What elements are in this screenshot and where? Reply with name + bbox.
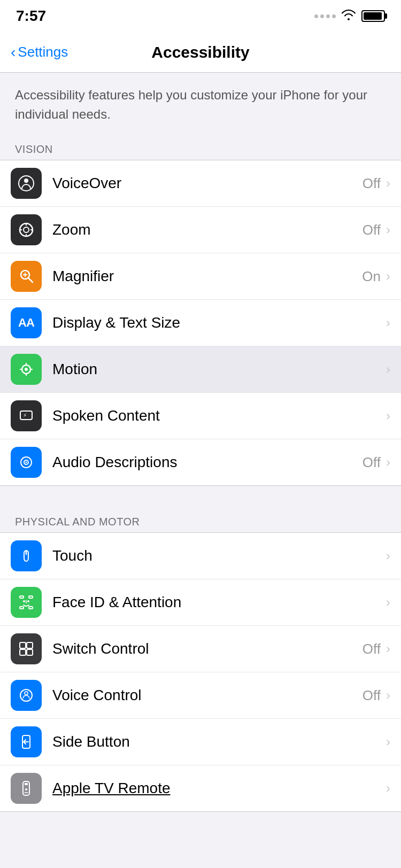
signal-icon <box>314 14 336 18</box>
touch-icon <box>11 540 42 571</box>
magnifier-label: Magnifier <box>52 268 362 285</box>
svg-point-29 <box>27 600 29 602</box>
physical-group: Touch › Face ID & Attention › <box>0 532 401 812</box>
voice-icon <box>11 680 42 711</box>
side-label: Side Button <box>52 733 381 750</box>
nav-bar: ‹ Settings Accessibility <box>0 32 401 73</box>
wifi-icon <box>341 9 356 24</box>
svg-rect-40 <box>25 783 28 785</box>
back-label: Settings <box>18 44 68 60</box>
svg-rect-24 <box>20 596 24 598</box>
appletv-icon <box>11 773 42 804</box>
svg-point-22 <box>26 462 27 463</box>
page-title: Accessibility <box>151 43 249 61</box>
audio-chevron-icon: › <box>386 456 390 469</box>
spoken-label: Spoken Content <box>52 407 381 424</box>
section-gap <box>0 486 401 507</box>
zoom-label: Zoom <box>52 221 363 238</box>
touch-chevron-icon: › <box>386 549 390 562</box>
switch-label: Switch Control <box>52 640 363 657</box>
motion-item[interactable]: Motion › <box>0 346 401 393</box>
display-icon: AA <box>11 307 42 338</box>
faceid-label: Face ID & Attention <box>52 594 381 611</box>
motion-chevron-icon: › <box>386 363 390 376</box>
svg-rect-27 <box>29 607 33 609</box>
display-label: Display & Text Size <box>52 314 381 331</box>
appletv-chevron-icon: › <box>386 782 390 795</box>
switch-icon <box>11 633 42 664</box>
vision-group: VoiceOver Off › Zoom Off › <box>0 160 401 486</box>
magnifier-item[interactable]: Magnifier On › <box>0 253 401 300</box>
motion-label: Motion <box>52 361 381 378</box>
section-header-physical: PHYSICAL AND MOTOR <box>0 507 401 532</box>
voice-chevron-icon: › <box>386 689 390 702</box>
svg-rect-25 <box>29 596 33 598</box>
svg-text:⚡: ⚡ <box>23 412 27 419</box>
motion-icon <box>11 354 42 385</box>
touch-item[interactable]: Touch › <box>0 533 401 579</box>
description-text: Accessibility features help you customiz… <box>15 86 386 124</box>
voiceover-chevron-icon: › <box>386 177 390 190</box>
svg-point-41 <box>25 788 27 790</box>
zoom-icon <box>11 214 42 245</box>
zoom-chevron-icon: › <box>386 223 390 236</box>
svg-rect-34 <box>27 649 33 655</box>
svg-point-13 <box>25 368 28 371</box>
audio-icon <box>11 447 42 478</box>
voice-value: Off <box>363 687 381 704</box>
zoom-value: Off <box>363 222 381 238</box>
faceid-icon <box>11 587 42 618</box>
back-chevron-icon: ‹ <box>11 45 16 60</box>
audio-label: Audio Descriptions <box>52 454 363 471</box>
svg-rect-26 <box>20 607 24 609</box>
side-item[interactable]: Side Button › <box>0 719 401 765</box>
switch-chevron-icon: › <box>386 642 390 655</box>
voiceover-value: Off <box>363 175 381 192</box>
status-bar: 7:57 <box>0 0 401 32</box>
svg-rect-33 <box>20 649 26 655</box>
faceid-chevron-icon: › <box>386 596 390 609</box>
status-time: 7:57 <box>16 7 46 25</box>
display-item[interactable]: AA Display & Text Size › <box>0 300 401 346</box>
touch-label: Touch <box>52 547 381 564</box>
svg-point-0 <box>19 176 34 191</box>
svg-point-1 <box>24 179 28 183</box>
description-section: Accessibility features help you customiz… <box>0 73 401 135</box>
voiceover-item[interactable]: VoiceOver Off › <box>0 160 401 207</box>
switch-value: Off <box>363 641 381 657</box>
spoken-chevron-icon: › <box>386 409 390 422</box>
magnifier-chevron-icon: › <box>386 270 390 283</box>
spoken-icon: ⚡ <box>11 400 42 431</box>
voiceover-label: VoiceOver <box>52 175 363 192</box>
side-chevron-icon: › <box>386 735 390 748</box>
battery-icon <box>361 10 385 22</box>
svg-rect-32 <box>27 642 33 648</box>
svg-point-28 <box>23 600 25 602</box>
status-icons <box>314 9 385 24</box>
svg-point-3 <box>24 227 29 232</box>
audio-value: Off <box>363 454 381 471</box>
svg-line-9 <box>28 278 33 282</box>
switch-item[interactable]: Switch Control Off › <box>0 626 401 672</box>
magnifier-icon <box>11 261 42 292</box>
voice-label: Voice Control <box>52 687 363 704</box>
side-icon <box>11 726 42 757</box>
section-header-vision: VISION <box>0 135 401 160</box>
display-chevron-icon: › <box>386 316 390 329</box>
appletv-label: Apple TV Remote <box>52 780 381 797</box>
magnifier-value: On <box>362 268 381 285</box>
spoken-item[interactable]: ⚡ Spoken Content › <box>0 393 401 439</box>
voice-item[interactable]: Voice Control Off › <box>0 672 401 719</box>
audio-item[interactable]: Audio Descriptions Off › <box>0 439 401 485</box>
back-button[interactable]: ‹ Settings <box>11 44 68 60</box>
zoom-item[interactable]: Zoom Off › <box>0 207 401 253</box>
svg-rect-31 <box>20 642 26 648</box>
appletv-item[interactable]: Apple TV Remote › <box>0 765 401 811</box>
voiceover-icon <box>11 168 42 199</box>
faceid-item[interactable]: Face ID & Attention › <box>0 579 401 626</box>
svg-point-36 <box>25 692 28 695</box>
